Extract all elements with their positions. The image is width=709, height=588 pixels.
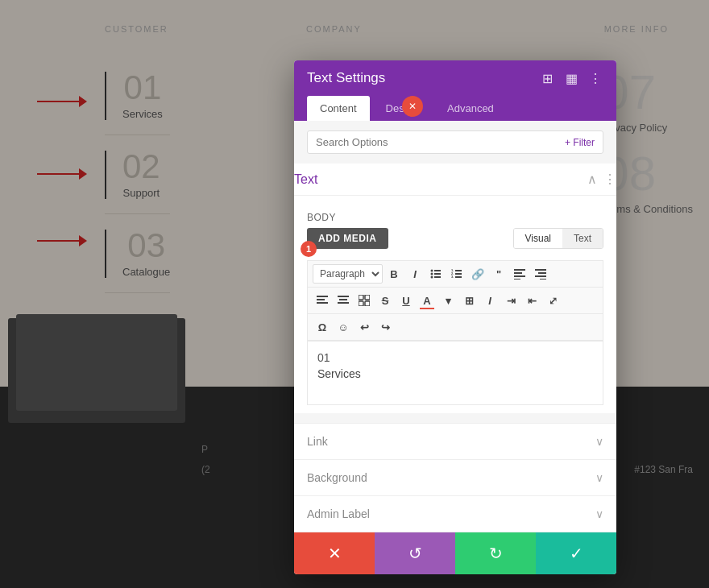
svg-rect-24: [339, 299, 347, 300]
panel-body: + Filter Text ∧ ⋮ Body ADD MEDIA 1: [294, 121, 616, 423]
text-section-header: Text ∧ ⋮: [294, 164, 616, 196]
panel-close-button[interactable]: ✕: [402, 96, 423, 117]
admin-label: Admin Label: [307, 507, 370, 520]
svg-rect-1: [434, 270, 441, 271]
panel-title: Text Settings: [307, 70, 385, 86]
filter-button[interactable]: + Filter: [565, 137, 595, 148]
add-media-button[interactable]: ADD MEDIA: [307, 228, 388, 249]
svg-point-0: [431, 270, 433, 272]
svg-rect-28: [359, 301, 363, 306]
panel-header-icons: ⊞ ▦ ⋮: [539, 70, 603, 86]
svg-rect-5: [434, 276, 441, 278]
ordered-list-button[interactable]: 1.2.3.: [447, 264, 466, 284]
panel-icon-more[interactable]: ⋮: [587, 70, 603, 86]
bold-button[interactable]: B: [384, 264, 404, 284]
search-input[interactable]: [316, 136, 565, 148]
panel-tabs: Content Design Advanced: [294, 96, 616, 121]
svg-rect-13: [514, 272, 522, 274]
fullscreen-button[interactable]: ⤢: [543, 291, 562, 310]
collapse-icon[interactable]: ∧: [587, 172, 597, 187]
svg-point-2: [431, 273, 433, 275]
panel-icon-columns[interactable]: ▦: [563, 70, 579, 86]
add-media-wrapper: ADD MEDIA 1: [307, 228, 388, 255]
tab-content[interactable]: Content: [307, 96, 370, 121]
section-more-icon[interactable]: ⋮: [603, 172, 616, 187]
link-label: Link: [307, 435, 328, 448]
align-right-button[interactable]: [531, 264, 550, 284]
toolbar-row-3: Ω ☺ ↩ ↪: [307, 313, 603, 341]
indent-button[interactable]: ⇥: [501, 291, 520, 310]
undo-button[interactable]: ↩: [354, 317, 374, 337]
omega-button[interactable]: Ω: [313, 317, 332, 337]
section-header-icons: ∧ ⋮: [587, 172, 616, 187]
emoji-button[interactable]: ☺: [334, 317, 353, 337]
undo-action-button[interactable]: ↺: [375, 532, 455, 574]
bullet-list-button[interactable]: [426, 264, 446, 284]
svg-rect-21: [317, 299, 325, 300]
admin-label-collapse-row[interactable]: Admin Label ∨: [294, 495, 616, 532]
outdent-button[interactable]: ⇤: [522, 291, 541, 310]
editor-tab-visual[interactable]: Visual: [514, 229, 562, 248]
svg-rect-22: [317, 302, 328, 304]
svg-rect-19: [540, 279, 546, 280]
svg-rect-14: [514, 275, 525, 277]
background-chevron-icon: ∨: [595, 471, 603, 484]
admin-label-chevron-icon: ∨: [595, 507, 603, 520]
svg-rect-15: [514, 279, 520, 280]
svg-rect-26: [359, 295, 363, 300]
delete-button[interactable]: ✕: [294, 532, 375, 574]
svg-rect-27: [365, 295, 370, 300]
action-bar: ✕ ↺ ↻ ✓: [294, 532, 616, 574]
search-bar: + Filter: [307, 130, 603, 154]
svg-text:3.: 3.: [451, 275, 454, 279]
svg-rect-12: [514, 269, 525, 271]
editor-tab-text[interactable]: Text: [562, 229, 603, 248]
more-options-button[interactable]: ⊞: [459, 291, 479, 310]
panel-header: Text Settings ⊞ ▦ ⋮: [294, 60, 616, 96]
redo-action-button[interactable]: ↻: [455, 532, 536, 574]
svg-rect-29: [365, 301, 370, 306]
svg-rect-7: [455, 270, 462, 271]
link-chevron-icon: ∨: [595, 435, 603, 448]
svg-rect-16: [535, 269, 546, 271]
align-left-button[interactable]: [510, 264, 529, 284]
strikethrough-button[interactable]: S: [375, 291, 395, 310]
italic-2-button[interactable]: I: [480, 291, 500, 310]
paragraph-select[interactable]: Paragraph: [313, 264, 383, 284]
link-button[interactable]: 🔗: [468, 264, 487, 284]
text-color-button[interactable]: A: [417, 291, 437, 310]
svg-rect-23: [338, 296, 349, 297]
redo-button[interactable]: ↪: [375, 317, 395, 337]
media-badge: 1: [301, 241, 317, 257]
section-title: Text: [294, 172, 317, 187]
underline-button[interactable]: U: [396, 291, 416, 310]
editor-content[interactable]: 01 Services: [307, 341, 603, 405]
italic-button[interactable]: I: [405, 264, 425, 284]
link-collapse-row[interactable]: Link ∨: [294, 423, 616, 459]
svg-rect-11: [455, 276, 462, 278]
toolbar-row-1: Paragraph B I 1.2.3. 🔗 ": [307, 260, 603, 287]
svg-point-4: [431, 276, 433, 279]
svg-rect-17: [538, 272, 546, 274]
editor-text: Services: [317, 367, 593, 380]
svg-rect-18: [535, 275, 546, 277]
settings-panel: Text Settings ⊞ ▦ ⋮ Content Design Advan…: [294, 60, 616, 574]
toolbar-row-2: S U A ▾ ⊞ I ⇥ ⇤ ⤢: [307, 287, 603, 313]
background-collapse-row[interactable]: Background ∨: [294, 459, 616, 495]
svg-rect-25: [338, 302, 349, 304]
align-center-button[interactable]: [334, 291, 353, 310]
text-color-arrow[interactable]: ▾: [438, 291, 458, 310]
table-button[interactable]: [354, 291, 374, 310]
background-label: Background: [307, 471, 367, 484]
svg-rect-9: [455, 273, 462, 275]
panel-icon-grid[interactable]: ⊞: [539, 70, 555, 86]
svg-rect-3: [434, 273, 441, 275]
align-left-2-button[interactable]: [313, 291, 332, 310]
editor-tab-group: Visual Text: [513, 228, 603, 249]
blockquote-button[interactable]: ": [489, 264, 508, 284]
body-label: Body: [307, 212, 603, 223]
svg-rect-20: [317, 296, 328, 297]
tab-advanced[interactable]: Advanced: [434, 96, 507, 121]
editor-num: 01: [317, 351, 593, 364]
confirm-button[interactable]: ✓: [536, 532, 616, 574]
